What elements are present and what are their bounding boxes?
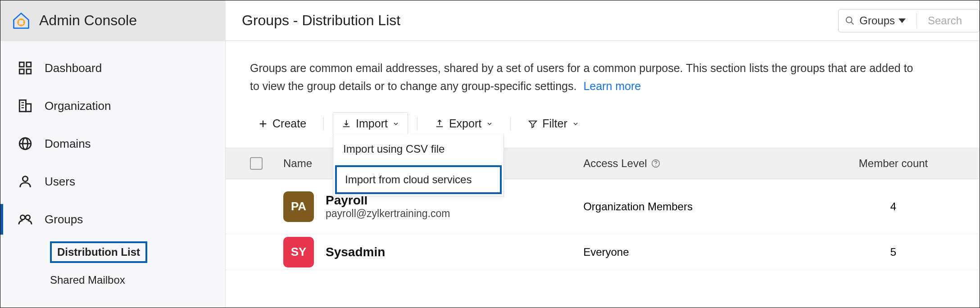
toolbar-divider xyxy=(323,117,324,131)
toolbar-divider xyxy=(510,117,511,131)
export-icon xyxy=(435,119,445,129)
sidebar-item-label: Dashboard xyxy=(45,61,102,75)
page-title-wrap: Groups - Distribution List xyxy=(226,0,838,41)
import-dropdown-button[interactable]: Import Import using CSV file Import from… xyxy=(333,112,408,135)
svg-line-2 xyxy=(851,22,854,24)
svg-point-16 xyxy=(20,215,25,220)
select-all-checkbox[interactable] xyxy=(250,157,263,170)
toolbar: Create Import Import using CSV file Impo… xyxy=(226,95,980,148)
search-divider xyxy=(916,13,917,28)
chevron-down-icon xyxy=(486,120,493,127)
sidebar-item-label: Users xyxy=(45,175,75,189)
toolbar-divider xyxy=(417,117,417,131)
sidebar: Dashboard Organization Domains Users Gro… xyxy=(0,41,226,308)
group-email: payroll@zylkertraining.com xyxy=(326,208,450,220)
groups-icon xyxy=(18,212,33,227)
svg-rect-3 xyxy=(19,62,24,67)
member-count-value: 4 xyxy=(823,200,963,213)
sidebar-item-organization[interactable]: Organization xyxy=(0,87,225,125)
import-cloud-option[interactable]: Import from cloud services xyxy=(335,165,502,194)
sidebar-item-label: Organization xyxy=(45,99,111,113)
avatar: SY xyxy=(283,237,314,267)
user-icon xyxy=(18,174,33,189)
sidebar-item-domains[interactable]: Domains xyxy=(0,125,225,163)
sidebar-sub-distribution-list[interactable]: Distribution List xyxy=(0,238,225,266)
svg-point-17 xyxy=(26,215,30,220)
logo-area: Admin Console xyxy=(0,11,226,31)
filter-icon xyxy=(528,119,538,129)
import-icon xyxy=(341,119,351,129)
group-name: Sysadmin xyxy=(326,245,385,259)
sidebar-sub-label: Shared Mailbox xyxy=(50,274,125,286)
app-title: Admin Console xyxy=(39,12,137,29)
column-header-access[interactable]: Access Level xyxy=(583,157,823,170)
sidebar-item-users[interactable]: Users xyxy=(0,163,225,200)
main-content: Groups are common email addresses, share… xyxy=(226,41,980,308)
search-area: Groups xyxy=(838,0,980,41)
access-level-value: Everyone xyxy=(583,246,823,258)
learn-more-link[interactable]: Learn more xyxy=(583,80,641,92)
svg-point-15 xyxy=(23,177,27,181)
app-logo-icon xyxy=(11,11,31,31)
search-box[interactable]: Groups xyxy=(838,9,980,32)
sidebar-item-dashboard[interactable]: Dashboard xyxy=(0,49,225,87)
page-title: Groups - Distribution List xyxy=(242,12,400,29)
header-bar: Admin Console Groups - Distribution List… xyxy=(0,0,980,41)
filter-label: Filter xyxy=(542,117,567,130)
import-label: Import xyxy=(356,117,388,130)
description-text-1: Groups are common email addresses, share… xyxy=(250,62,913,74)
plus-icon xyxy=(258,119,268,129)
sidebar-sub-label: Distribution List xyxy=(50,241,147,263)
column-header-access-label: Access Level xyxy=(583,157,647,170)
search-icon xyxy=(845,16,855,26)
svg-rect-8 xyxy=(26,104,31,112)
create-label: Create xyxy=(272,117,306,130)
chevron-down-icon xyxy=(572,120,579,127)
svg-rect-7 xyxy=(19,100,26,112)
filter-dropdown-button[interactable]: Filter xyxy=(520,113,587,135)
description-block: Groups are common email addresses, share… xyxy=(226,41,980,95)
sidebar-item-label: Domains xyxy=(45,137,91,151)
svg-rect-5 xyxy=(19,69,24,74)
access-level-value: Organization Members xyxy=(583,200,823,213)
sidebar-item-label: Groups xyxy=(45,213,83,226)
body: Dashboard Organization Domains Users Gro… xyxy=(0,41,980,308)
globe-icon xyxy=(18,136,33,151)
column-header-count[interactable]: Member count xyxy=(823,157,963,170)
import-dropdown-menu: Import using CSV file Import from cloud … xyxy=(333,135,504,196)
svg-point-21 xyxy=(655,165,656,166)
table-row[interactable]: SY Sysadmin Everyone 5 xyxy=(226,234,980,270)
export-dropdown-button[interactable]: Export xyxy=(426,113,501,135)
member-count-value: 5 xyxy=(823,246,963,258)
svg-point-1 xyxy=(846,17,852,23)
search-input[interactable] xyxy=(928,14,973,27)
create-button[interactable]: Create xyxy=(250,113,314,135)
sidebar-sub-shared-mailbox[interactable]: Shared Mailbox xyxy=(0,266,225,294)
description-text-2: to view the group details or to change a… xyxy=(250,80,576,92)
import-csv-option[interactable]: Import using CSV file xyxy=(333,135,504,163)
chevron-down-icon xyxy=(898,18,906,23)
building-icon xyxy=(18,98,33,113)
svg-rect-4 xyxy=(27,62,31,67)
export-label: Export xyxy=(449,117,481,130)
help-icon[interactable] xyxy=(651,159,661,168)
svg-rect-6 xyxy=(27,69,31,74)
search-scope-dropdown[interactable]: Groups xyxy=(859,14,906,27)
avatar: PA xyxy=(283,191,314,222)
dashboard-icon xyxy=(18,60,33,76)
chevron-down-icon xyxy=(392,120,399,127)
search-scope-label: Groups xyxy=(859,14,895,27)
sidebar-item-groups[interactable]: Groups xyxy=(0,200,225,238)
